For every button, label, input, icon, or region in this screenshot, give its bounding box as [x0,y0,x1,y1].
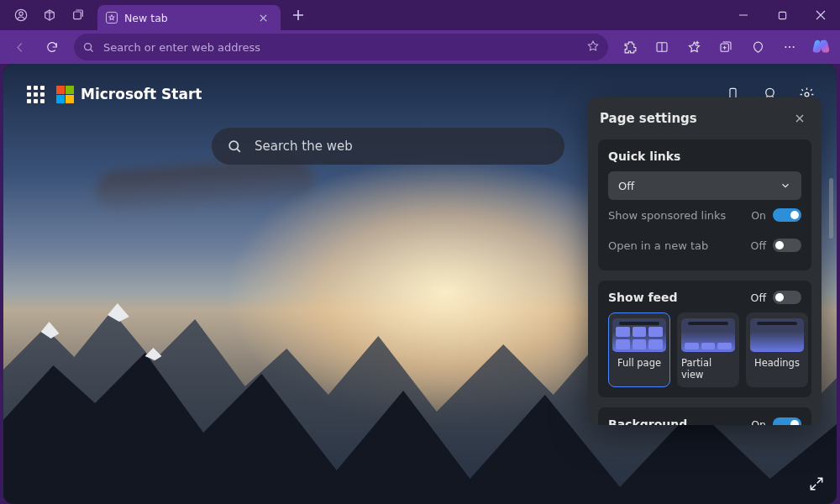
collections-button[interactable] [711,34,741,60]
split-screen-button[interactable] [647,34,677,60]
show-feed-heading: Show feed [608,291,678,304]
app-launcher-icon[interactable] [27,86,45,103]
page-settings-panel: Page settings Quick links Off Show spons… [588,97,822,425]
feed-option-partial-view[interactable]: Partial view [677,312,739,387]
more-button[interactable] [774,34,805,60]
feed-option-headings[interactable]: Headings [746,312,808,387]
new-tab-page: Microsoft Start Search the web Page sett… [3,64,837,504]
quick-links-select[interactable]: Off [608,171,801,200]
brand[interactable]: Microsoft Start [56,86,202,103]
address-placeholder: Search or enter web address [103,41,260,54]
panel-title: Page settings [600,111,697,126]
maximize-button[interactable] [763,0,801,30]
svg-rect-2 [74,12,81,19]
copilot-button[interactable] [806,34,835,60]
profile-icon[interactable] [7,1,35,29]
scrollbar-thumb[interactable] [829,178,833,239]
svg-point-13 [229,141,238,150]
tab-favicon-icon [106,12,118,24]
tab-title: New tab [124,12,168,24]
refresh-button[interactable] [37,34,67,60]
svg-point-12 [805,92,809,97]
sponsored-links-row: Show sponsored links On [608,200,801,230]
minimize-button[interactable] [724,0,763,30]
window-controls [724,0,840,30]
svg-point-9 [793,46,795,48]
tab-close-button[interactable] [252,7,274,29]
background-card: Background On [598,407,811,425]
sponsored-toggle[interactable] [773,208,801,222]
expand-icon[interactable] [805,472,828,496]
svg-point-7 [785,46,786,48]
svg-rect-3 [779,12,785,18]
tab-actions-icon[interactable] [64,1,92,29]
svg-point-1 [19,12,23,15]
browser-essentials-button[interactable] [743,34,773,60]
favorites-button[interactable] [679,34,709,60]
feed-toggle[interactable] [773,291,801,304]
background-heading: Background [608,417,687,425]
svg-point-4 [85,43,92,50]
chevron-down-icon [780,180,791,192]
panel-close-button[interactable] [790,108,810,129]
microsoft-logo-icon [56,86,74,103]
browser-tab[interactable]: New tab [97,5,281,30]
extensions-button[interactable] [615,34,645,60]
new-tab-button[interactable] [284,1,312,29]
show-feed-card: Show feed Off Full page Partial view Hea… [598,281,811,397]
quick-links-heading: Quick links [608,150,801,163]
toolbar: Search or enter web address [0,30,840,64]
address-bar[interactable]: Search or enter web address [74,34,608,60]
quick-links-card: Quick links Off Show sponsored links On … [598,139,811,270]
background-toggle[interactable] [773,417,801,425]
open-new-tab-row: Open in a new tab Off [608,230,801,260]
back-button[interactable] [5,34,35,60]
titlebar: New tab [0,0,840,30]
search-placeholder: Search the web [255,139,353,154]
favorite-star-icon[interactable] [586,39,600,55]
svg-point-8 [789,46,790,48]
new-tab-toggle[interactable] [773,239,801,252]
search-icon [82,41,95,54]
web-search-box[interactable]: Search the web [212,128,564,165]
svg-point-11 [765,88,774,97]
feed-option-full-page[interactable]: Full page [608,312,670,387]
close-window-button[interactable] [801,0,840,30]
search-icon [227,139,243,155]
brand-label: Microsoft Start [81,86,202,102]
workspaces-icon[interactable] [35,1,64,29]
